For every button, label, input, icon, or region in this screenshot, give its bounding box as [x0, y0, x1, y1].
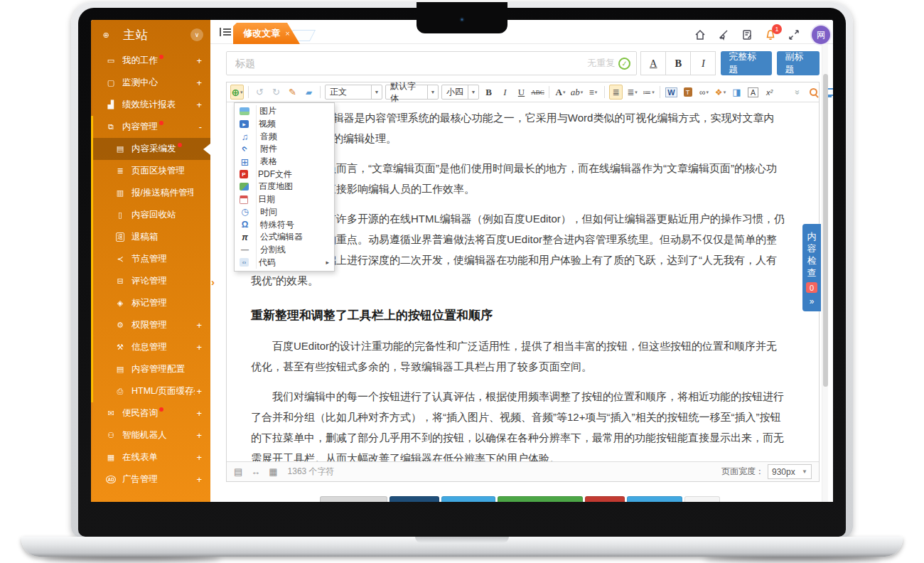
expand-toggle[interactable]: +	[193, 342, 202, 353]
bold-button[interactable]: B	[482, 85, 495, 100]
sidebar-item[interactable]: 便民咨询 +	[91, 402, 210, 424]
align-button[interactable]: ≡▾	[586, 85, 600, 100]
expand-toggle[interactable]: +	[195, 386, 202, 397]
expand-toggle[interactable]: +	[193, 452, 202, 463]
sidebar-item[interactable]: 报/推送稿件管理	[91, 182, 210, 204]
page-action-button[interactable]	[498, 496, 583, 502]
clean-broom-icon[interactable]	[716, 28, 731, 42]
sidebar-item[interactable]: 评论管理	[91, 270, 210, 292]
title-color-button[interactable]: A	[640, 51, 666, 75]
title-bold-button[interactable]: B	[665, 51, 691, 75]
grid-view-icon[interactable]: ▦	[269, 466, 277, 477]
paragraph-select[interactable]: 正文▼	[325, 85, 382, 100]
expand-toggle[interactable]: +	[193, 100, 202, 110]
full-title-button[interactable]: 完整标题	[721, 51, 772, 75]
ordered-list-button[interactable]: ≣▾	[625, 85, 639, 100]
expand-toggle[interactable]: +	[193, 408, 202, 419]
superscript-button[interactable]: x²	[763, 85, 776, 100]
insert-menu-item[interactable]: 特殊符号	[235, 218, 334, 231]
layout-columns-button[interactable]: ◨	[730, 85, 743, 100]
font-select[interactable]: 默认字体▼	[385, 85, 439, 100]
highlight-button[interactable]: ab▾	[570, 85, 584, 100]
sidebar-item[interactable]: 监测中心 +	[91, 72, 210, 94]
sidebar-item[interactable]: 内容回收站	[91, 204, 210, 226]
tab-edit-article[interactable]: 修改文章 ×	[233, 23, 300, 44]
chevron-down-icon[interactable]: ∨	[190, 28, 203, 41]
expand-toggle[interactable]: +	[193, 430, 202, 441]
home-icon[interactable]	[693, 28, 707, 42]
scrollbar-track[interactable]	[822, 44, 828, 502]
title-input[interactable]	[226, 51, 637, 75]
insert-menu-item[interactable]: 音频	[235, 130, 334, 143]
page-action-button[interactable]	[627, 496, 682, 502]
scrollbar-thumb[interactable]	[823, 74, 828, 387]
page-action-button[interactable]	[320, 496, 387, 502]
insert-menu-item[interactable]: 图片	[235, 105, 334, 118]
undo-icon[interactable]: ↺	[253, 85, 267, 100]
search-icon[interactable]	[807, 85, 820, 100]
sidebar-item[interactable]: 绩效统计报表 +	[91, 94, 210, 116]
paste-word-button[interactable]: W	[665, 85, 678, 100]
insert-button[interactable]: ⊕▾	[230, 85, 244, 100]
page-action-button[interactable]	[684, 496, 720, 502]
page-action-button[interactable]	[441, 496, 495, 502]
insert-menu-item[interactable]: 百度地图	[235, 181, 334, 193]
word-count-icon[interactable]: ▤	[234, 466, 242, 477]
page-width-select[interactable]: 930px▼	[768, 464, 812, 479]
title-italic-button[interactable]: I	[690, 51, 716, 75]
magic-format-button[interactable]: ❖▾	[714, 85, 727, 100]
insert-menu-item[interactable]: 公式编辑器	[235, 231, 334, 244]
sidebar-item[interactable]: 广告管理 +	[91, 468, 210, 490]
sidebar-item[interactable]: 在线表单 +	[91, 446, 210, 468]
sidebar-item[interactable]: 内容管理配置	[91, 358, 210, 380]
insert-menu-item[interactable]: 代码	[235, 256, 334, 269]
sidebar-item[interactable]: 内容管理 -	[91, 116, 210, 138]
sidebar-item[interactable]: 信息管理 +	[91, 336, 210, 358]
font-size-select[interactable]: 小四▼	[441, 85, 479, 100]
sidebar-item[interactable]: 节点管理	[91, 248, 210, 270]
paste-text-button[interactable]	[681, 85, 694, 100]
draft-note-icon[interactable]	[740, 28, 754, 42]
page-action-button[interactable]	[390, 496, 439, 502]
insert-menu-item[interactable]: 附件	[235, 143, 334, 156]
insert-menu-item[interactable]: 表格	[235, 156, 334, 168]
insert-menu-item[interactable]: 日期	[235, 193, 334, 206]
strikethrough-button[interactable]: ABC	[531, 85, 544, 100]
sidebar-item[interactable]: 智能机器人 +	[91, 424, 210, 446]
sidebar-collapse-handle[interactable]: ›	[211, 276, 215, 288]
sidebar-item[interactable]: 退稿箱	[91, 226, 210, 248]
eraser-icon[interactable]: ▰	[302, 85, 316, 100]
expand-toggle[interactable]: +	[193, 55, 202, 66]
sidebar-item[interactable]: 标记管理	[91, 292, 210, 314]
page-width-icon[interactable]: ↔	[251, 466, 260, 477]
redo-icon[interactable]: ↻	[269, 85, 283, 100]
sidebar-item[interactable]: 内容采编发	[91, 138, 210, 160]
sidebar-header[interactable]: 主站 ∨	[91, 20, 210, 50]
sidebar-item[interactable]: 权限管理 +	[91, 314, 210, 336]
insert-menu-item[interactable]: 视频	[235, 118, 334, 131]
expand-toggle[interactable]: +	[193, 474, 202, 485]
sidebar-item[interactable]: HTML/页面缓存生成 +	[91, 380, 210, 402]
notification-bell-icon[interactable]: 1	[763, 28, 778, 42]
insert-menu-item[interactable]: 时间	[235, 206, 334, 219]
close-icon[interactable]: ×	[285, 29, 289, 38]
page-action-button[interactable]	[585, 496, 625, 502]
menu-fold-icon[interactable]	[220, 28, 231, 36]
expand-toggle[interactable]: +	[193, 320, 202, 331]
expand-toggle[interactable]: +	[193, 77, 202, 88]
sidebar-item[interactable]: 我的工作 +	[91, 50, 210, 72]
insert-menu-item[interactable]: PDF文件	[235, 168, 334, 181]
more-tools-button[interactable]: «	[790, 85, 804, 100]
sidebar-item[interactable]: 页面区块管理	[91, 160, 210, 182]
avatar[interactable]: 网	[812, 26, 830, 44]
sub-title-button[interactable]: 副标题	[777, 51, 820, 75]
indent-button[interactable]: ≣	[609, 85, 623, 100]
expand-toggle[interactable]: -	[193, 122, 202, 132]
content-check-tab[interactable]: 内容检查 0 »	[802, 224, 821, 311]
italic-button[interactable]: I	[498, 85, 512, 100]
unordered-list-button[interactable]: ≔▾	[642, 85, 655, 100]
boxed-text-button[interactable]: A	[746, 85, 760, 100]
insert-menu-item[interactable]: 分割线	[235, 244, 334, 257]
underline-button[interactable]: U	[515, 85, 528, 100]
format-brush-icon[interactable]: ✎	[286, 85, 299, 100]
